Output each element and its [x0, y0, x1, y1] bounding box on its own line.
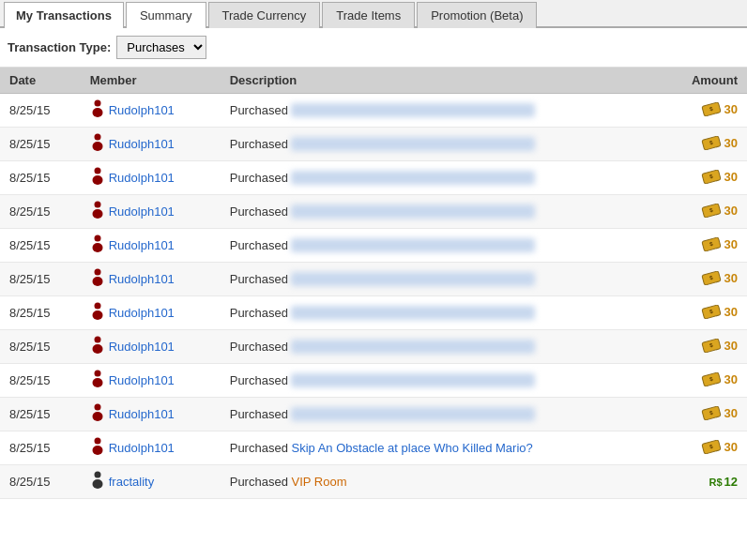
cell-member: Rudolph101 [81, 330, 221, 364]
svg-point-25 [92, 310, 102, 320]
real-amount-display: R$ 12 [709, 475, 738, 489]
cell-amount: $ 30 [659, 330, 747, 364]
member-name[interactable]: Rudolph101 [109, 238, 175, 252]
cell-description: Purchased xxxxxxxxxxxxxxxxxxxxxxxxxxxxxx… [221, 296, 660, 330]
member-avatar-icon [90, 302, 105, 324]
svg-point-12 [94, 202, 100, 208]
cell-description: Purchased xxxxxxxxxxxxxxxxxxxxxxxxxxxxxx… [221, 263, 660, 296]
svg-point-20 [94, 269, 100, 276]
member-name[interactable]: Rudolph101 [109, 407, 175, 421]
transaction-type-label: Transaction Type: [8, 40, 111, 54]
coin-amount-display: $ 30 [701, 136, 738, 150]
tab-trade-currency[interactable]: Trade Currency [208, 2, 321, 28]
desc-prefix: Purchased [230, 171, 292, 185]
member-name[interactable]: Rudolph101 [109, 340, 175, 354]
member-avatar-icon [90, 471, 105, 492]
coin-amount-value: 30 [724, 339, 738, 353]
desc-blurred-text: xxxxxxxxxxxxxxxxxxxxxxxxxxxxxxxxxxxxxxxx [291, 103, 535, 117]
coin-amount-display: $ 30 [701, 102, 738, 116]
table-body: 8/25/15 Rudolph101Purchased xxxxxxxxxxxx… [0, 94, 747, 499]
col-header-amount: Amount [659, 68, 747, 94]
member-name[interactable]: Rudolph101 [109, 272, 175, 286]
cell-date: 8/25/15 [0, 94, 81, 128]
real-currency-icon: R$ [709, 477, 722, 488]
table-row: 8/25/15 Rudolph101Purchased xxxxxxxxxxxx… [0, 195, 747, 229]
member-name[interactable]: Rudolph101 [109, 306, 175, 320]
coin-amount-value: 30 [724, 372, 738, 386]
desc-blurred-text: xxxxxxxxxxxxxxxxxxxxxxxxxxxxxxxxxxxxxxxx [291, 137, 535, 151]
desc-blurred-text: xxxxxxxxxxxxxxxxxxxxxxxxxxxxxxxxxxxxxxxx [291, 407, 535, 421]
cell-date: 8/25/15 [0, 465, 81, 499]
col-header-description: Description [221, 68, 660, 94]
desc-prefix: Purchased [230, 272, 292, 286]
coin-amount-value: 30 [724, 406, 738, 420]
cell-description: Purchased xxxxxxxxxxxxxxxxxxxxxxxxxxxxxx… [221, 330, 660, 364]
member-avatar-icon [90, 370, 105, 391]
table-row: 8/25/15 Rudolph101Purchased xxxxxxxxxxxx… [0, 94, 747, 128]
svg-point-33 [92, 378, 102, 387]
transaction-type-select[interactable]: PurchasesSalesAll [116, 36, 206, 59]
desc-blurred-text: xxxxxxxxxxxxxxxxxxxxxxxxxxxxxxxxxxxxxxxx [291, 340, 535, 354]
coin-icon: $ [701, 339, 722, 353]
svg-point-4 [94, 134, 100, 141]
coin-amount-display: $ 30 [701, 204, 738, 218]
desc-blurred-text: xxxxxxxxxxxxxxxxxxxxxxxxxxxxxxxxxxxxxxxx [291, 171, 535, 185]
svg-point-17 [92, 243, 102, 252]
coin-amount-value: 30 [724, 136, 738, 150]
cell-description: Purchased xxxxxxxxxxxxxxxxxxxxxxxxxxxxxx… [221, 128, 660, 161]
desc-blurred-text: xxxxxxxxxxxxxxxxxxxxxxxxxxxxxxxxxxxxxxxx [291, 272, 535, 286]
coin-icon: $ [701, 406, 722, 420]
coin-amount-value: 30 [724, 102, 738, 116]
cell-date: 8/25/15 [0, 195, 81, 229]
svg-point-28 [94, 337, 100, 343]
coin-icon: $ [701, 440, 722, 454]
cell-description: Purchased xxxxxxxxxxxxxxxxxxxxxxxxxxxxxx… [221, 161, 660, 195]
cell-description: Purchased xxxxxxxxxxxxxxxxxxxxxxxxxxxxxx… [221, 94, 660, 128]
member-name[interactable]: Rudolph101 [109, 171, 175, 185]
toolbar: Transaction Type: PurchasesSalesAll [0, 28, 747, 68]
tab-my-transactions[interactable]: My Transactions [4, 2, 124, 28]
member-name[interactable]: fractality [109, 475, 154, 489]
desc-prefix: Purchased [230, 373, 292, 387]
cell-amount: $ 30 [659, 128, 747, 161]
cell-date: 8/25/15 [0, 398, 81, 431]
cell-member: Rudolph101 [81, 296, 221, 330]
table-row: 8/25/15 Rudolph101Purchased Skip An Obst… [0, 431, 747, 465]
tab-promotion[interactable]: Promotion (Beta) [417, 2, 537, 28]
table-row: 8/25/15 Rudolph101Purchased xxxxxxxxxxxx… [0, 296, 747, 330]
desc-link[interactable]: VIP Room [291, 475, 346, 489]
svg-point-5 [92, 142, 102, 151]
member-avatar-icon [90, 167, 105, 189]
desc-prefix: Purchased [230, 407, 292, 421]
member-name[interactable]: Rudolph101 [109, 373, 175, 387]
member-name[interactable]: Rudolph101 [109, 137, 175, 151]
col-header-date: Date [0, 68, 81, 94]
cell-member: Rudolph101 [81, 195, 221, 229]
desc-link[interactable]: Skip An Obstacle at place Who Killed Mar… [291, 441, 532, 455]
member-name[interactable]: Rudolph101 [109, 103, 175, 117]
desc-prefix: Purchased [230, 441, 292, 455]
cell-member: Rudolph101 [81, 398, 221, 431]
tab-summary[interactable]: Summary [126, 2, 206, 28]
coin-amount-display: $ 30 [701, 440, 738, 454]
svg-point-36 [94, 404, 100, 411]
member-avatar-icon [90, 268, 105, 290]
svg-point-24 [94, 303, 100, 310]
coin-amount-value: 30 [724, 204, 738, 218]
cell-amount: $ 30 [659, 195, 747, 229]
desc-prefix: Purchased [230, 103, 292, 117]
coin-icon: $ [701, 170, 722, 184]
table-row: 8/25/15 Rudolph101Purchased xxxxxxxxxxxx… [0, 128, 747, 161]
desc-blurred-text: xxxxxxxxxxxxxxxxxxxxxxxxxxxxxxxxxxxxxxxx [291, 306, 535, 320]
coin-amount-display: $ 30 [701, 406, 738, 420]
table-row: 8/25/15 Rudolph101Purchased xxxxxxxxxxxx… [0, 229, 747, 263]
desc-prefix: Purchased [230, 137, 292, 151]
table-row: 8/25/15 Rudolph101Purchased xxxxxxxxxxxx… [0, 263, 747, 296]
member-name[interactable]: Rudolph101 [109, 204, 175, 219]
cell-description: Purchased VIP Room [221, 465, 660, 499]
coin-amount-display: $ 30 [701, 271, 738, 285]
svg-point-32 [94, 371, 100, 377]
member-name[interactable]: Rudolph101 [109, 441, 175, 455]
cell-date: 8/25/15 [0, 296, 81, 330]
tab-trade-items[interactable]: Trade Items [322, 2, 415, 28]
